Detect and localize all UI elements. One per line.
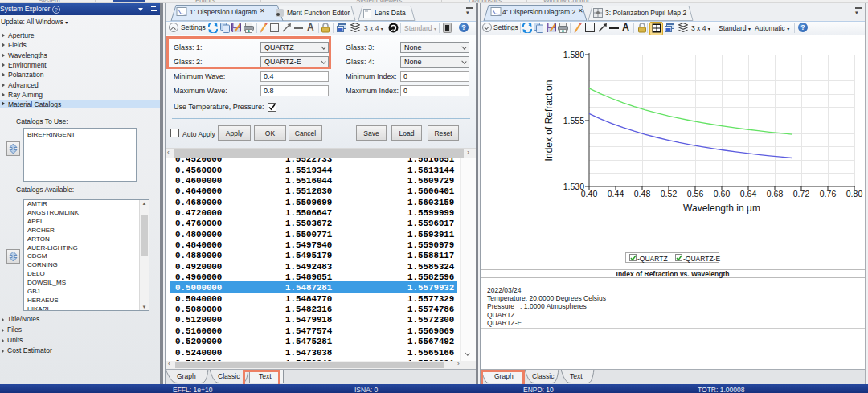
svg-text:1.580: 1.580 (563, 50, 584, 59)
svg-text:Wavelength in µm: Wavelength in µm (683, 203, 760, 214)
svg-text:0.56: 0.56 (687, 189, 704, 199)
svg-text:0.48: 0.48 (634, 189, 651, 199)
svg-text:0.60: 0.60 (714, 189, 731, 199)
svg-text:0.76: 0.76 (820, 189, 837, 199)
svg-text:1.555: 1.555 (563, 116, 584, 125)
svg-text:0.64: 0.64 (740, 189, 757, 199)
svg-text:0.68: 0.68 (767, 189, 784, 199)
svg-text:0.44: 0.44 (608, 189, 624, 199)
svg-text:0.52: 0.52 (661, 189, 678, 199)
svg-text:Index of Refraction: Index of Refraction (543, 80, 555, 162)
svg-text:0.80: 0.80 (846, 189, 863, 199)
svg-text:0.72: 0.72 (793, 189, 810, 199)
svg-text:0.40: 0.40 (581, 189, 598, 199)
